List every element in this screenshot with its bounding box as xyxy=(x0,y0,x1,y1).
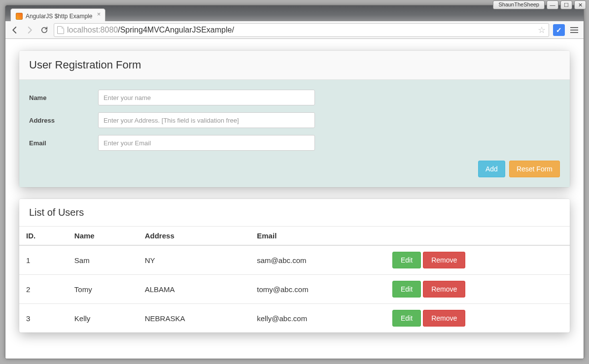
col-actions xyxy=(385,227,570,245)
browser-toolbar: localhost:8080/Spring4MVCAngularJSExampl… xyxy=(5,21,584,39)
back-button[interactable] xyxy=(9,25,20,35)
page-content: User Registration Form Name Address Emai… xyxy=(5,39,584,356)
form-row-name: Name xyxy=(29,90,560,105)
form-body: Name Address Email Add Reset Form xyxy=(19,80,570,187)
remove-button[interactable]: Remove xyxy=(423,310,465,327)
reload-button[interactable] xyxy=(39,25,50,35)
hamburger-menu-button[interactable] xyxy=(569,25,580,35)
extension-badge[interactable]: ✓ xyxy=(553,24,565,36)
name-label: Name xyxy=(29,94,98,101)
cell-actions: EditRemove xyxy=(385,304,570,333)
cell-email: kelly@abc.com xyxy=(250,304,385,333)
cell-email: sam@abc.com xyxy=(250,245,385,275)
users-table: ID. Name Address Email 1SamNYsam@abc.com… xyxy=(19,227,570,332)
remove-button[interactable]: Remove xyxy=(423,281,465,298)
window-titlebar: ShaunTheSheep — ☐ ✕ xyxy=(493,0,586,9)
email-label: Email xyxy=(29,139,98,147)
table-row: 1SamNYsam@abc.comEditRemove xyxy=(19,245,570,275)
address-input[interactable] xyxy=(98,112,315,128)
address-label: Address xyxy=(29,117,98,124)
url-path: /Spring4MVCAngularJSExample/ xyxy=(118,26,234,34)
remove-button[interactable]: Remove xyxy=(423,252,465,268)
edit-button[interactable]: Edit xyxy=(392,281,421,298)
browser-tab[interactable]: AngularJS $http Example × xyxy=(10,8,105,21)
cell-address: ALBAMA xyxy=(138,275,250,304)
add-button[interactable]: Add xyxy=(478,161,505,177)
form-panel-title: User Registration Form xyxy=(19,51,570,80)
cell-address: NEBRASKA xyxy=(138,304,250,333)
window-minimize-button[interactable]: — xyxy=(547,0,558,9)
form-row-address: Address xyxy=(29,112,560,128)
page-viewport[interactable]: User Registration Form Name Address Emai… xyxy=(5,39,584,359)
cell-name: Kelly xyxy=(68,304,138,333)
reset-form-button[interactable]: Reset Form xyxy=(509,161,560,177)
form-actions: Add Reset Form xyxy=(29,158,560,177)
bookmark-star-icon[interactable]: ☆ xyxy=(538,25,546,35)
col-email: Email xyxy=(250,227,385,245)
edit-button[interactable]: Edit xyxy=(392,310,421,327)
table-header-row: ID. Name Address Email xyxy=(19,227,570,245)
email-input[interactable] xyxy=(98,135,315,151)
back-icon xyxy=(10,26,19,34)
list-panel-title: List of Users xyxy=(19,199,570,227)
cell-actions: EditRemove xyxy=(385,245,570,275)
cell-id: 2 xyxy=(19,275,68,304)
name-input[interactable] xyxy=(98,90,315,105)
tab-close-icon[interactable]: × xyxy=(95,11,102,18)
cell-name: Tomy xyxy=(68,275,138,304)
table-row: 2TomyALBAMAtomy@abc.comEditRemove xyxy=(19,275,570,304)
url-port: :8080 xyxy=(98,26,118,34)
forward-button[interactable] xyxy=(24,25,35,35)
hamburger-icon xyxy=(570,27,578,28)
users-list-panel: List of Users ID. Name Address Email 1Sa… xyxy=(19,199,570,332)
url-bar[interactable]: localhost:8080/Spring4MVCAngularJSExampl… xyxy=(54,23,549,37)
col-address: Address xyxy=(138,227,250,245)
window-close-button[interactable]: ✕ xyxy=(574,0,586,9)
cell-id: 1 xyxy=(19,245,68,275)
page-file-icon xyxy=(57,26,64,34)
url-host: localhost xyxy=(67,26,98,34)
col-id: ID. xyxy=(19,227,68,245)
cell-email: tomy@abc.com xyxy=(250,275,385,304)
cell-address: NY xyxy=(138,245,250,275)
window-maximize-button[interactable]: ☐ xyxy=(560,0,572,9)
table-row: 3KellyNEBRASKAkelly@abc.comEditRemove xyxy=(19,304,570,333)
tab-favicon xyxy=(16,13,23,20)
edit-button[interactable]: Edit xyxy=(392,252,421,268)
window-user-label: ShaunTheSheep xyxy=(493,0,545,9)
cell-actions: EditRemove xyxy=(385,275,570,304)
cell-id: 3 xyxy=(19,304,68,333)
browser-window: AngularJS $http Example × localhost:8080… xyxy=(5,5,584,359)
tab-title: AngularJS $http Example xyxy=(26,13,92,20)
registration-form-panel: User Registration Form Name Address Emai… xyxy=(19,51,570,187)
cell-name: Sam xyxy=(68,245,138,275)
reload-icon xyxy=(40,26,49,34)
col-name: Name xyxy=(68,227,138,245)
form-row-email: Email xyxy=(29,135,560,151)
forward-icon xyxy=(25,26,34,34)
